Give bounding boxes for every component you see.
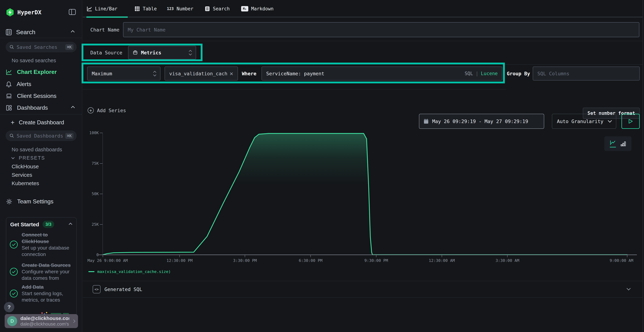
tab-label: Search bbox=[213, 6, 230, 12]
table-icon bbox=[134, 6, 140, 12]
get-started-badge: 3/3 bbox=[42, 221, 54, 228]
sidebar-item-client-sessions[interactable]: Client Sessions bbox=[6, 93, 77, 99]
sidebar-item-team-settings[interactable]: Team Settings bbox=[6, 198, 54, 205]
user-menu[interactable]: D dale@clickhouse.com dale@clickhouse.co… bbox=[5, 314, 78, 328]
data-source-select[interactable]: Metrics bbox=[128, 46, 196, 60]
bell-icon bbox=[6, 81, 12, 87]
database-icon bbox=[133, 50, 138, 55]
y-tick bbox=[100, 194, 102, 194]
where-search-input[interactable]: ServiceName: payment SQL | Lucene bbox=[262, 66, 502, 80]
select-chevrons-icon bbox=[189, 50, 192, 55]
shortcut-badge: ⌘K bbox=[65, 133, 74, 139]
add-series-label: Add Series bbox=[97, 108, 126, 113]
where-label: Where bbox=[242, 66, 256, 80]
chart-name-placeholder: My Chart Name bbox=[128, 27, 166, 32]
create-dashboard-button[interactable]: + Create Dashboard bbox=[11, 119, 64, 126]
tab-label: Markdown bbox=[251, 6, 274, 12]
close-icon[interactable]: × bbox=[230, 70, 233, 76]
tab-markdown[interactable]: M↓ Markdown bbox=[241, 1, 274, 17]
time-range-picker[interactable]: May 26 09:29:19 - May 27 09:29:19 bbox=[419, 114, 544, 129]
help-button[interactable]: ? bbox=[4, 302, 14, 312]
divider bbox=[83, 297, 643, 298]
chevron-up-icon bbox=[71, 106, 75, 110]
legend-label: max(visa_validation_cache.size) bbox=[97, 270, 171, 274]
no-saved-dashboards-text: No saved dashboards bbox=[12, 147, 62, 152]
metric-field-chip[interactable]: visa_validation_cach × bbox=[164, 66, 238, 80]
logo-text: HyperDX bbox=[17, 9, 42, 16]
divider bbox=[83, 41, 643, 41]
code-icon: <> bbox=[93, 285, 100, 293]
checklist-item[interactable]: Create Data Sources Configure where your… bbox=[10, 262, 74, 282]
chart-plot-area[interactable]: 100K 75K 50K 25K 0 May 26 9:00:00 AM 12:… bbox=[102, 133, 637, 255]
add-series-button[interactable]: + Add Series bbox=[88, 107, 126, 114]
run-query-button[interactable] bbox=[622, 114, 640, 129]
group-by-placeholder: SQL Columns bbox=[538, 71, 570, 76]
y-tick bbox=[100, 133, 102, 133]
generated-sql-toggle[interactable]: <> Generated SQL bbox=[83, 281, 643, 297]
sidebar-section-search[interactable]: Search bbox=[6, 28, 76, 36]
group-by-input[interactable]: SQL Columns bbox=[533, 66, 640, 80]
sql-mode-toggle[interactable]: SQL bbox=[464, 71, 473, 76]
metric-name: visa_validation_cach bbox=[169, 71, 227, 76]
divider bbox=[505, 64, 643, 65]
preset-item-services[interactable]: Services bbox=[12, 172, 32, 178]
sidebar-item-chart-explorer[interactable]: Chart Explorer bbox=[6, 69, 77, 75]
tab-label: Number bbox=[176, 6, 194, 12]
sidebar-item-label: Alerts bbox=[17, 81, 31, 88]
series-area bbox=[103, 134, 627, 255]
checklist-item-desc: Set up your database connection bbox=[22, 245, 72, 258]
sidebar: HyperDX Search Saved Searches ⌘K No save… bbox=[0, 0, 82, 332]
logo: HyperDX bbox=[6, 8, 42, 17]
sidebar-search-label: Search bbox=[16, 28, 36, 36]
generated-sql-label: Generated SQL bbox=[104, 281, 142, 297]
tab-table[interactable]: Table bbox=[134, 1, 157, 17]
tab-number[interactable]: 123 Number bbox=[167, 1, 194, 17]
saved-dashboards-placeholder: Saved Dashboards bbox=[17, 133, 65, 139]
presets-toggle[interactable]: PRESETS bbox=[12, 155, 45, 161]
data-source-value: Metrics bbox=[141, 50, 161, 56]
scrollbar-track[interactable] bbox=[642, 0, 644, 332]
x-axis-line bbox=[99, 254, 637, 255]
check-circle-icon bbox=[10, 240, 18, 248]
saved-dashboards-input[interactable]: Saved Dashboards ⌘K bbox=[6, 130, 76, 141]
granularity-select[interactable]: Auto Granularity bbox=[552, 114, 616, 129]
legend-swatch bbox=[88, 271, 94, 272]
user-email: dale@clickhouse.com bbox=[20, 316, 69, 321]
plus-circle-icon: + bbox=[88, 107, 94, 114]
document-list-icon bbox=[205, 6, 210, 12]
question-mark-icon: ? bbox=[8, 304, 11, 310]
preset-item-kubernetes[interactable]: Kubernetes bbox=[12, 180, 39, 186]
chevron-down-icon bbox=[11, 156, 14, 159]
chevron-up-icon bbox=[71, 30, 74, 34]
gear-icon bbox=[6, 198, 12, 205]
check-circle-icon bbox=[10, 290, 18, 298]
chevron-down-icon bbox=[608, 118, 612, 123]
saved-searches-placeholder: Saved Searches bbox=[17, 44, 65, 50]
chart-name-input[interactable]: My Chart Name bbox=[123, 22, 639, 37]
lucene-mode-toggle[interactable]: Lucene bbox=[481, 71, 498, 76]
aggregation-select[interactable]: Maximum bbox=[87, 66, 160, 80]
tab-line-bar[interactable]: Line/Bar bbox=[87, 1, 117, 17]
tabs-track bbox=[83, 16, 643, 18]
chart-legend[interactable]: max(visa_validation_cache.size) bbox=[88, 270, 171, 274]
checklist-item-title: Add Data bbox=[22, 284, 72, 290]
sidebar-item-label: Chart Explorer bbox=[17, 69, 57, 75]
saved-searches-input[interactable]: Saved Searches ⌘K bbox=[6, 42, 76, 52]
number-123-icon: 123 bbox=[167, 6, 174, 11]
checklist-item[interactable]: Add Data Start sending logs, metrics, or… bbox=[10, 284, 74, 303]
group-by-label: Group By bbox=[507, 66, 530, 80]
preset-item-clickhouse[interactable]: ClickHouse bbox=[12, 164, 39, 170]
sidebar-item-dashboards[interactable]: Dashboards bbox=[6, 104, 77, 111]
y-tick bbox=[100, 163, 102, 164]
tab-label: Table bbox=[143, 6, 157, 12]
divider bbox=[83, 89, 506, 90]
line-chart-icon bbox=[87, 6, 92, 12]
sidebar-item-alerts[interactable]: Alerts bbox=[6, 81, 77, 88]
plus-icon: + bbox=[11, 119, 14, 126]
tab-search[interactable]: Search bbox=[205, 1, 230, 17]
checklist-item[interactable]: Connect to ClickHouse Set up your databa… bbox=[10, 232, 74, 258]
chevron-right-icon bbox=[72, 320, 75, 323]
chevron-up-icon[interactable] bbox=[69, 223, 72, 226]
collapse-sidebar-icon[interactable] bbox=[69, 9, 76, 15]
presets-header: PRESETS bbox=[19, 155, 45, 161]
